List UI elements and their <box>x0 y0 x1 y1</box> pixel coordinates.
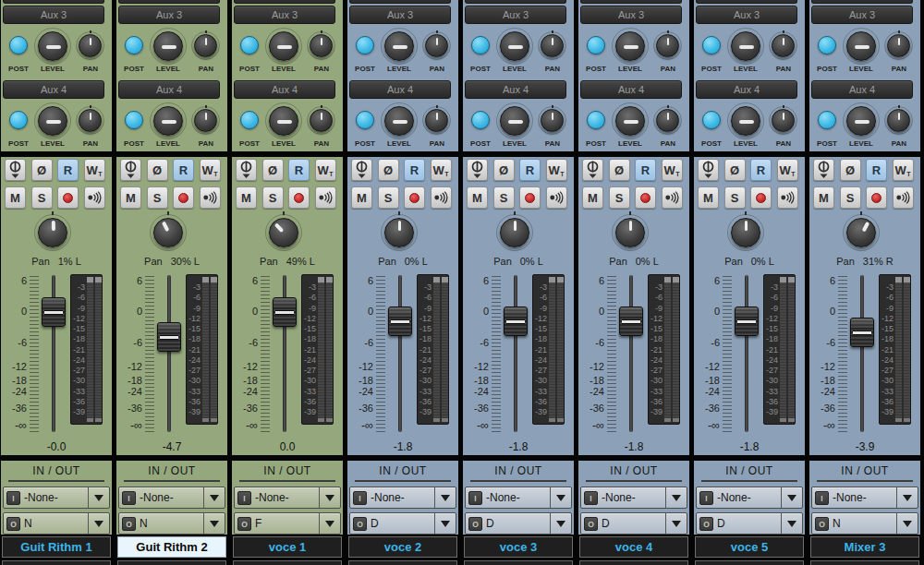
automation-read-button[interactable]: R <box>866 159 887 181</box>
automation-read-button[interactable]: R <box>173 159 194 181</box>
input-select[interactable]: I -None- <box>118 487 225 509</box>
automation-write-button[interactable]: WT <box>431 159 452 181</box>
output-select[interactable]: O N <box>811 512 918 535</box>
aux4-level-knob[interactable] <box>38 106 67 136</box>
fader-handle[interactable] <box>504 307 528 336</box>
monitor-button[interactable] <box>84 186 105 209</box>
output-select[interactable]: O D <box>580 512 687 535</box>
aux4-pan-knob[interactable] <box>656 109 679 132</box>
aux3-pan-knob[interactable] <box>656 34 679 57</box>
input-select[interactable]: I -None- <box>3 487 110 509</box>
monitor-button[interactable] <box>777 186 798 209</box>
aux3-pan-knob[interactable] <box>887 34 910 57</box>
phase-invert-button[interactable]: Ø <box>262 159 284 181</box>
track-name[interactable]: Guit Rithm 2 <box>117 536 226 558</box>
dropdown-arrow[interactable] <box>665 487 687 508</box>
aux4-pan-knob[interactable] <box>772 109 795 132</box>
pan-knob[interactable] <box>153 218 183 247</box>
aux4-level-knob[interactable] <box>500 106 529 136</box>
aux4-pan-knob[interactable] <box>79 109 102 132</box>
input-select[interactable]: I -None- <box>696 487 803 509</box>
record-arm-button[interactable] <box>750 186 772 209</box>
solo-button[interactable]: S <box>840 186 861 209</box>
dropdown-arrow[interactable] <box>781 487 802 508</box>
dropdown-arrow[interactable] <box>88 513 109 534</box>
pan-knob[interactable] <box>384 218 414 247</box>
track-name[interactable]: Mixer 3 <box>810 536 919 558</box>
input-select[interactable]: I -None- <box>234 487 341 509</box>
output-select[interactable]: O D <box>465 512 572 535</box>
record-arm-button[interactable] <box>173 186 194 209</box>
fader-track[interactable] <box>514 275 517 432</box>
aux3-pan-knob[interactable] <box>772 34 795 57</box>
monitor-button[interactable] <box>200 186 221 209</box>
solo-button[interactable]: S <box>378 186 399 209</box>
monitor-button[interactable] <box>893 186 914 209</box>
aux4-pan-knob[interactable] <box>310 109 333 132</box>
solo-button[interactable]: S <box>31 186 53 209</box>
aux4-level-knob[interactable] <box>153 106 183 136</box>
record-arm-button[interactable] <box>404 186 425 209</box>
aux4-pan-knob[interactable] <box>541 109 564 132</box>
track-name[interactable]: voce 2 <box>348 536 457 558</box>
pan-knob[interactable] <box>615 218 645 247</box>
aux3-level-knob[interactable] <box>615 31 645 61</box>
output-select[interactable]: O D <box>349 512 456 535</box>
dropdown-arrow[interactable] <box>434 513 456 534</box>
input-select[interactable]: I -None- <box>580 487 687 509</box>
record-arm-button[interactable] <box>635 186 656 209</box>
dropdown-arrow[interactable] <box>434 487 456 508</box>
aux3-pan-knob[interactable] <box>79 34 102 57</box>
aux4-pan-knob[interactable] <box>887 109 910 132</box>
aux4-level-knob[interactable] <box>269 106 298 136</box>
solo-button[interactable]: S <box>609 186 630 209</box>
pan-knob[interactable] <box>38 218 67 247</box>
phase-invert-button[interactable]: Ø <box>840 159 861 181</box>
aux3-pan-knob[interactable] <box>310 34 333 57</box>
automation-read-button[interactable]: R <box>635 159 656 181</box>
fader-handle[interactable] <box>735 307 759 336</box>
aux3-level-knob[interactable] <box>269 31 298 61</box>
automation-read-button[interactable]: R <box>57 159 79 181</box>
aux3-level-knob[interactable] <box>731 31 760 61</box>
aux4-level-knob[interactable] <box>731 106 760 136</box>
input-select[interactable]: I -None- <box>465 487 572 509</box>
record-arm-button[interactable] <box>866 186 887 209</box>
phase-invert-button[interactable]: Ø <box>378 159 399 181</box>
aux3-level-knob[interactable] <box>500 31 529 61</box>
monitor-button[interactable] <box>546 186 567 209</box>
fader-handle[interactable] <box>273 297 297 327</box>
automation-write-button[interactable]: WT <box>893 159 914 181</box>
fader-track[interactable] <box>745 275 748 432</box>
fader-handle[interactable] <box>157 322 181 352</box>
monitor-button[interactable] <box>431 186 452 209</box>
automation-write-button[interactable]: WT <box>315 159 336 181</box>
dropdown-arrow[interactable] <box>319 487 340 508</box>
aux4-level-knob[interactable] <box>846 106 876 136</box>
fader-handle[interactable] <box>388 307 412 336</box>
output-select[interactable]: O N <box>118 512 225 535</box>
fader-track[interactable] <box>860 275 864 432</box>
aux4-pan-knob[interactable] <box>194 109 217 132</box>
solo-button[interactable]: S <box>262 186 284 209</box>
phase-invert-button[interactable]: Ø <box>724 159 746 181</box>
dropdown-arrow[interactable] <box>896 487 918 508</box>
aux3-level-knob[interactable] <box>846 31 876 61</box>
aux3-level-knob[interactable] <box>153 31 183 61</box>
automation-read-button[interactable]: R <box>288 159 310 181</box>
aux4-pan-knob[interactable] <box>425 109 448 132</box>
track-name[interactable]: voce 3 <box>464 536 573 558</box>
pan-knob[interactable] <box>846 218 876 247</box>
fader-handle[interactable] <box>42 297 66 327</box>
record-arm-button[interactable] <box>519 186 541 209</box>
automation-read-button[interactable]: R <box>404 159 425 181</box>
automation-write-button[interactable]: WT <box>546 159 567 181</box>
fader-track[interactable] <box>629 275 633 432</box>
aux3-level-knob[interactable] <box>384 31 414 61</box>
automation-write-button[interactable]: WT <box>777 159 798 181</box>
solo-button[interactable]: S <box>724 186 746 209</box>
dropdown-arrow[interactable] <box>781 513 802 534</box>
automation-read-button[interactable]: R <box>750 159 772 181</box>
solo-button[interactable]: S <box>493 186 515 209</box>
fader-handle[interactable] <box>850 318 874 347</box>
